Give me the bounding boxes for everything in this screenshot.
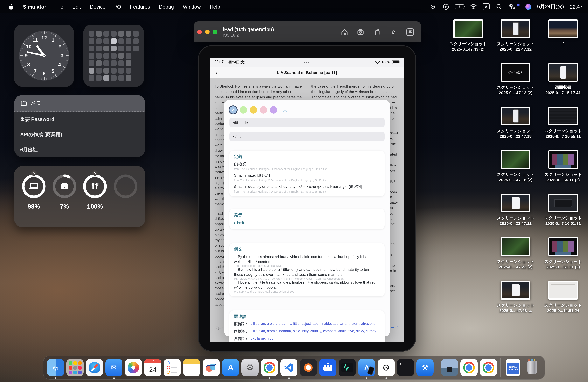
svg-text:2: 2	[58, 44, 61, 50]
related-words-1[interactable]: Lilliputian, a bit, a breath, a little, …	[251, 322, 375, 327]
dock-item-recent-preview[interactable]	[441, 359, 458, 376]
dock-item-launchpad[interactable]	[66, 359, 84, 376]
highlight-color-3[interactable]	[250, 106, 257, 113]
dock-item-app-store[interactable]: A	[222, 359, 239, 376]
grid-widget[interactable]	[83, 24, 144, 87]
menu-item-file[interactable]: File	[55, 4, 63, 10]
translation-field[interactable]: 少し	[230, 132, 385, 141]
dock-item-safari[interactable]	[86, 359, 103, 376]
apple-menu-icon[interactable]	[7, 3, 14, 10]
example-text-2: ・But now I is a little older a *little* …	[234, 267, 380, 276]
control-center-icon[interactable]	[508, 3, 515, 10]
desktop-icon-10[interactable]: スクリーンショット2025-0...22.47.22	[493, 194, 539, 226]
menu-app-name[interactable]: Simulator	[23, 4, 46, 10]
highlight-color-2[interactable]	[240, 106, 247, 113]
dock-item-activity-monitor[interactable]	[339, 359, 356, 376]
highlight-color-1[interactable]: ✓	[230, 106, 237, 113]
dock-item-chrome-recent[interactable]	[461, 359, 478, 376]
menu-time[interactable]: 22:47	[570, 4, 583, 10]
charging-bolt-icon: ϟ	[31, 170, 37, 176]
file-name: スクリーンショット2025-0...22.47.22	[497, 215, 535, 226]
related-words-3[interactable]: big, large, much	[251, 337, 275, 341]
dock-item-chrome[interactable]	[261, 359, 278, 376]
desktop-icon-8[interactable]: スクリーンショット2025-0....47.18 (2)	[493, 150, 539, 183]
desktop-icon-14[interactable]: スクリーンショット2025-0....47.43 ☁	[493, 281, 539, 313]
dock-item-chrome-recent-2[interactable]	[480, 359, 497, 376]
dock-item-blender[interactable]	[300, 359, 317, 376]
status-date: 6月24日(火)	[227, 60, 245, 65]
highlight-color-4[interactable]	[260, 106, 267, 113]
dock-item-xcode[interactable]: ⚒	[417, 359, 434, 376]
dock-item-trash[interactable]	[524, 359, 541, 376]
running-indicator	[366, 377, 368, 379]
menu-item-edit[interactable]: Edit	[72, 4, 81, 10]
chatgpt-menu-icon[interactable]: ⊛	[429, 3, 436, 10]
menu-item-debug[interactable]: Debug	[159, 4, 174, 10]
menu-item-features[interactable]: Features	[130, 4, 150, 10]
highlight-color-5[interactable]	[270, 106, 277, 113]
menu-item-help[interactable]: Help	[210, 4, 220, 10]
bookmark-icon[interactable]	[282, 105, 288, 114]
desktop-icon-6[interactable]: スクリーンショット2025-0...22.47.18	[493, 106, 539, 139]
desktop-icon-3[interactable]: f	[540, 20, 586, 46]
word-field[interactable]: little	[230, 118, 385, 127]
menu-item-window[interactable]: Window	[183, 4, 201, 10]
clock-widget[interactable]: 123456789101112	[14, 24, 74, 87]
search-icon[interactable]	[495, 3, 503, 10]
dock-item-simulator[interactable]: A	[358, 359, 375, 376]
simulator-titlebar[interactable]: iPad (10th generation) iOS 18.2 ☼ ⌘	[194, 21, 421, 42]
wifi-menu-icon[interactable]	[470, 3, 477, 10]
dock-item-random-word-api[interactable]: RANDOM WORD API	[504, 359, 522, 376]
home-button[interactable]	[341, 28, 348, 35]
zoom-button[interactable]	[213, 30, 217, 34]
siri-icon[interactable]	[525, 4, 531, 10]
dock-item-docker[interactable]	[319, 359, 336, 376]
desktop-icon-12[interactable]: スクリーンショット2025-0....47.22 (2)	[493, 237, 539, 270]
dock-item-photos[interactable]	[125, 359, 142, 376]
file-thumbnail	[453, 20, 483, 38]
dock-item-mail[interactable]: ✉	[105, 359, 123, 376]
play-menu-icon[interactable]	[442, 3, 449, 10]
rotate-button[interactable]	[374, 28, 381, 35]
menu-item-device[interactable]: Device	[90, 4, 105, 10]
desktop-icon-11[interactable]: スクリーンショット2025-0...7 16.51.31	[540, 194, 586, 226]
notes-widget[interactable]: メモ 重要 PasswordAPIの作成 (商業用)6月出社	[14, 95, 146, 157]
input-source-icon[interactable]: A	[483, 3, 490, 10]
close-button[interactable]	[197, 30, 202, 34]
dock-item-notes[interactable]	[183, 359, 200, 376]
battery-widget[interactable]: ϟ 98% 7% ϟ 100%	[14, 166, 146, 227]
speaker-icon[interactable]	[233, 120, 238, 125]
dock-item-chatgpt[interactable]: ⊛	[378, 359, 395, 376]
menu-item-io[interactable]: I/O	[114, 4, 121, 10]
dock-item-freeform[interactable]	[203, 359, 220, 376]
file-name: f	[563, 41, 564, 46]
dock-item-vscode[interactable]	[280, 359, 297, 376]
desktop-icon-9[interactable]: スクリーンショット2025-0....55.11 (2)	[540, 150, 586, 183]
dock-item-reminders[interactable]	[164, 359, 181, 376]
note-item-1[interactable]: 重要 Password	[14, 112, 146, 127]
desktop-icon-5[interactable]: 画面収録2025-0...7 15.17.41	[540, 63, 586, 95]
related-label-3: 反義語：	[234, 337, 248, 341]
desktop-icon-7[interactable]: スクリーンショット2025-0...7 15.55.11	[540, 106, 586, 139]
battery-menu-icon[interactable]: ϟ	[455, 4, 464, 9]
dock-item-calendar[interactable]: 6月24	[144, 359, 161, 376]
dock-item-settings[interactable]: ⚙	[242, 359, 259, 376]
file-thumbnail: ゲーム性は？	[501, 63, 530, 82]
file-thumbnail	[501, 194, 530, 212]
dock-item-terminal[interactable]: >_	[397, 359, 414, 376]
desktop-icon-1[interactable]: スクリーンショット2025-0...47.43 (2)	[445, 20, 491, 52]
note-item-3[interactable]: 6月出社	[14, 142, 146, 157]
pronunciation-title: 発音	[234, 212, 380, 218]
desktop-icon-13[interactable]: スクリーンショット2025-0....51.31 (2)	[540, 237, 586, 270]
screenshot-button[interactable]	[357, 28, 364, 35]
minimize-button[interactable]	[205, 30, 210, 34]
appearance-button[interactable]: ☼	[390, 28, 397, 35]
desktop-icon-15[interactable]: スクリーンショット2025-0...14.51.24	[540, 281, 586, 313]
note-item-2[interactable]: APIの作成 (商業用)	[14, 127, 146, 142]
desktop-icon-2[interactable]: スクリーンショット2025-0...22.47.12	[493, 20, 539, 52]
related-words-2[interactable]: Lilliputian, atomic, bantam, bittie, bit…	[251, 329, 376, 334]
desktop-icon-4[interactable]: ゲーム性は？スクリーンショット2025-0....47.12 (2)	[493, 63, 539, 95]
dock-item-finder[interactable]: ☺	[47, 359, 64, 376]
menu-date[interactable]: 6月24日(火)	[537, 3, 564, 10]
command-button[interactable]: ⌘	[406, 28, 414, 36]
